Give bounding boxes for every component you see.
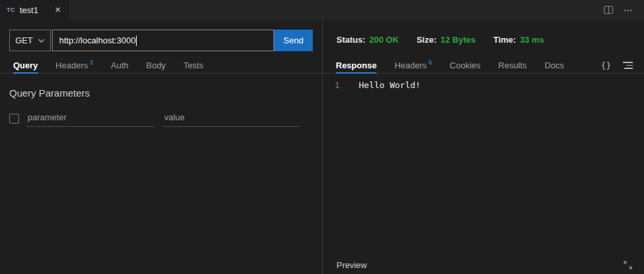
tab-cookies-label: Cookies (449, 60, 480, 70)
tab-title: test1 (20, 5, 38, 15)
response-status-row: Status: 200 OK Size: 12 Bytes Time: 33 m… (323, 20, 644, 45)
request-tabs: Query Headers 2 Auth Body Tests (0, 58, 322, 74)
response-tabs: Response Headers 6 Cookies Results Docs … (323, 58, 644, 74)
method-label: GET (15, 35, 33, 45)
more-actions-icon[interactable]: ⋯ (624, 7, 633, 13)
format-braces-icon[interactable]: {} (601, 60, 611, 70)
size-label: Size: (417, 35, 436, 45)
parameter-checkbox[interactable] (9, 114, 19, 124)
preview-link[interactable]: Preview (336, 260, 367, 270)
response-tab-icons: {} (601, 58, 644, 73)
split-editor-icon[interactable] (604, 6, 613, 14)
status-value: 200 OK (369, 35, 399, 45)
time-label: Time: (494, 35, 516, 45)
close-icon[interactable]: ✕ (53, 4, 62, 16)
parameter-row (9, 110, 313, 127)
tab-body[interactable]: Body (146, 58, 166, 73)
tab-response-headers[interactable]: Headers 6 (394, 58, 432, 73)
response-panel: Status: 200 OK Size: 12 Bytes Time: 33 m… (323, 20, 644, 274)
tab-query-label: Query (13, 60, 38, 70)
query-parameters-title: Query Parameters (9, 87, 313, 99)
expand-icon[interactable] (622, 260, 633, 271)
request-toolbar: GET http://localhost:3000 Send (9, 30, 313, 51)
response-headers-count-badge: 6 (428, 59, 432, 66)
response-bottom-bar: Preview (323, 256, 644, 274)
time-item: Time: 33 ms (494, 35, 544, 45)
editor-tab-test1[interactable]: TC test1 ✕ (0, 0, 70, 20)
tab-request-headers[interactable]: Headers 2 (56, 58, 93, 73)
tab-tests-label: Tests (183, 60, 203, 70)
line-number: 1 (334, 80, 341, 90)
tab-response-headers-label: Headers (394, 60, 426, 70)
editor-actions: ⋯ (604, 0, 644, 20)
tab-response[interactable]: Response (336, 58, 377, 73)
status-label: Status: (336, 35, 365, 45)
parameter-value-input[interactable] (163, 110, 300, 127)
tab-body-label: Body (146, 60, 166, 70)
tab-headers-label: Headers (56, 60, 88, 70)
tab-docs-label: Docs (545, 60, 564, 70)
raw-text-lines-icon[interactable] (623, 62, 633, 69)
headers-count-badge: 2 (90, 59, 93, 66)
url-input[interactable]: http://localhost:3000 (52, 30, 274, 51)
editor-tab-bar: TC test1 ✕ ⋯ (0, 0, 644, 20)
main-area: GET http://localhost:3000 Send Query Hea… (0, 20, 644, 274)
thunder-client-icon: TC (7, 7, 15, 13)
tab-auth[interactable]: Auth (111, 58, 129, 73)
tab-results-label: Results (498, 60, 526, 70)
response-body-text: Hello World! (359, 80, 421, 90)
send-button[interactable]: Send (274, 30, 313, 51)
status-item: Status: 200 OK (336, 35, 399, 45)
response-editor[interactable]: 1 Hello World! (323, 74, 644, 90)
text-caret (136, 35, 137, 46)
tab-auth-label: Auth (111, 60, 129, 70)
url-text: http://localhost:3000 (59, 35, 135, 45)
request-panel: GET http://localhost:3000 Send Query Hea… (0, 20, 323, 274)
tab-cookies[interactable]: Cookies (449, 58, 480, 73)
code-line: 1 Hello World! (334, 80, 644, 90)
size-value: 12 Bytes (440, 35, 475, 45)
tab-docs[interactable]: Docs (545, 58, 564, 73)
time-value: 33 ms (520, 35, 544, 45)
method-select[interactable]: GET (9, 30, 51, 51)
parameter-name-input[interactable] (26, 110, 155, 127)
chevron-down-icon (38, 39, 45, 43)
tab-response-label: Response (336, 60, 377, 70)
tab-query[interactable]: Query (13, 58, 38, 73)
tab-tests[interactable]: Tests (183, 58, 203, 73)
tab-results[interactable]: Results (498, 58, 526, 73)
size-item: Size: 12 Bytes (417, 35, 476, 45)
